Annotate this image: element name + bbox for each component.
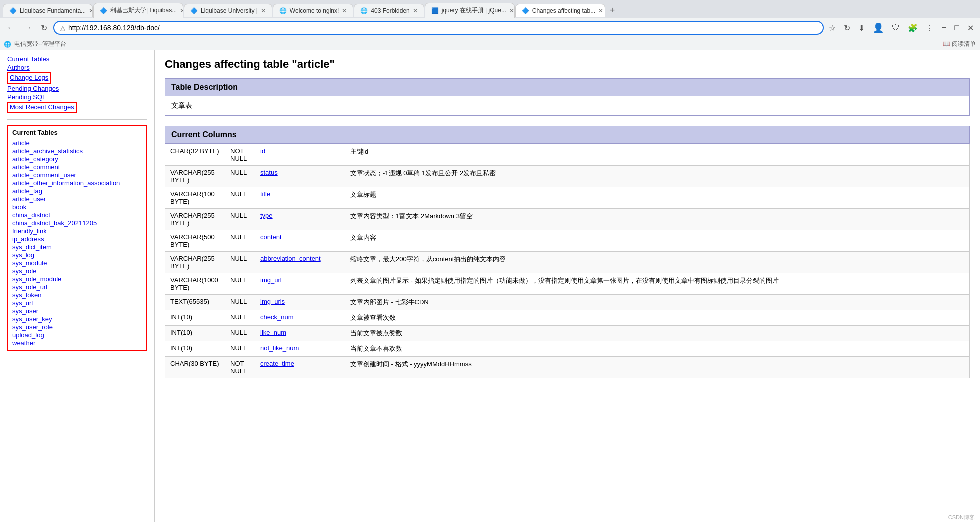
col-null-6: NULL [226, 273, 256, 295]
sidebar-nav: Current Tables Authors Change Logs Pendi… [8, 55, 147, 114]
table-link-sys-log[interactable]: sys_log [12, 251, 142, 259]
table-link-sys-module[interactable]: sys_module [12, 259, 142, 267]
sidebar-link-pending-sql[interactable]: Pending SQL [8, 93, 147, 101]
tab-close-6[interactable]: ✕ [598, 7, 604, 14]
back-button[interactable]: ← [4, 22, 18, 33]
table-link-article-tag[interactable]: article_tag [12, 187, 142, 195]
sidebar-link-change-logs[interactable]: Change Logs [10, 74, 48, 81]
tab-0[interactable]: 🔷 Liquibase Fundamenta... ✕ [3, 4, 93, 17]
table-link-upload-log[interactable]: upload_log [12, 331, 142, 339]
table-link-sys-user-role[interactable]: sys_user_role [12, 323, 142, 331]
col-name-link-11[interactable]: create_time [260, 360, 294, 367]
tab-1[interactable]: 🔷 利基巴斯大学| Liquibas... ✕ [94, 3, 184, 18]
tab-favicon-0: 🔷 [10, 7, 17, 14]
table-link-ip-address[interactable]: ip_address [12, 235, 142, 243]
col-name-link-0[interactable]: id [260, 147, 266, 155]
table-link-china-district[interactable]: china_district [12, 211, 142, 219]
col-name-link-9[interactable]: like_num [260, 329, 286, 336]
close-icon[interactable]: ✕ [966, 22, 976, 34]
tab-close-0[interactable]: ✕ [89, 7, 93, 14]
nav-bar: ← → ↻ △ ☆ ↻ ⬇ 👤 🛡 🧩 ⋮ − □ ✕ [0, 18, 980, 38]
col-null-3: NULL [226, 209, 256, 230]
col-name-link-7[interactable]: img_urls [260, 298, 285, 305]
table-link-article-other[interactable]: article_other_information_association [12, 179, 142, 187]
tab-5[interactable]: 🟦 jquery 在线手册 | jQue... ✕ [425, 3, 515, 18]
tab-close-2[interactable]: ✕ [261, 7, 266, 14]
shield-icon[interactable]: 🛡 [890, 22, 902, 33]
table-link-article-category[interactable]: article_category [12, 155, 142, 163]
table-description-section: Table Description 文章表 [165, 78, 970, 116]
table-row: VARCHAR(255 BYTE) NULL abbreviation_cont… [166, 252, 970, 273]
table-link-book[interactable]: book [12, 203, 142, 211]
table-link-sys-role[interactable]: sys_role [12, 267, 142, 275]
col-null-2: NULL [226, 187, 256, 209]
sidebar-link-authors[interactable]: Authors [8, 64, 147, 71]
col-name-link-2[interactable]: title [260, 190, 270, 198]
table-link-sys-role-url[interactable]: sys_role_url [12, 283, 142, 291]
col-desc-2: 文章标题 [346, 187, 970, 209]
tab-6[interactable]: 🔷 Changes affecting tab... ✕ [516, 4, 606, 17]
table-link-article-user[interactable]: article_user [12, 195, 142, 203]
col-null-5: NULL [226, 252, 256, 273]
tab-bar: 🔷 Liquibase Fundamenta... ✕ 🔷 利基巴斯大学| Li… [0, 0, 980, 18]
col-desc-5: 缩略文章，最大200字符，从content抽出的纯文本内容 [346, 252, 970, 273]
table-link-friendly-link[interactable]: friendly_link [12, 227, 142, 235]
table-link-weather[interactable]: weather [12, 339, 142, 347]
table-link-sys-user-key[interactable]: sys_user_key [12, 315, 142, 323]
tab-label-1: 利基巴斯大学| Liquibas... [110, 6, 177, 15]
profile-icon[interactable]: 👤 [871, 21, 886, 34]
menu-icon[interactable]: ⋮ [924, 22, 936, 34]
sidebar-link-most-recent-changes[interactable]: Most Recent Changes [10, 103, 74, 111]
col-name-link-4[interactable]: content [260, 233, 282, 241]
address-bar-wrap: △ [54, 21, 824, 35]
col-name-link-3[interactable]: type [260, 212, 273, 219]
secure-icon: △ [60, 24, 66, 32]
refresh-icon[interactable]: ↻ [842, 22, 852, 34]
tab-2[interactable]: 🔷 Liquibase University | ✕ [184, 4, 272, 17]
table-link-article[interactable]: article [12, 139, 142, 147]
restore-icon[interactable]: □ [952, 22, 962, 33]
nav-icons: ☆ ↻ ⬇ 👤 🛡 🧩 ⋮ − □ ✕ [827, 21, 976, 34]
col-name-link-10[interactable]: not_like_num [260, 344, 299, 352]
table-link-article-archive-statistics[interactable]: article_archive_statistics [12, 147, 142, 155]
reading-mode-button[interactable]: 📖 阅读清单 [943, 40, 976, 48]
table-link-china-district-bak[interactable]: china_district_bak_20211205 [12, 219, 142, 227]
new-tab-button[interactable]: + [606, 3, 620, 18]
download-icon[interactable]: ⬇ [856, 22, 867, 34]
sidebar-link-pending-changes[interactable]: Pending Changes [8, 85, 147, 92]
tab-4[interactable]: 🌐 403 Forbidden ✕ [354, 4, 424, 17]
tab-close-5[interactable]: ✕ [510, 7, 514, 14]
col-desc-9: 当前文章被点赞数 [346, 326, 970, 341]
sidebar-link-current-tables[interactable]: Current Tables [8, 55, 147, 63]
forward-button[interactable]: → [21, 22, 35, 33]
table-link-article-comment[interactable]: article_comment [12, 163, 142, 171]
col-name-11: create_time [256, 357, 346, 378]
col-name-link-1[interactable]: status [260, 169, 278, 176]
info-text: 电信宽带--管理平台 [14, 40, 66, 48]
table-link-sys-role-module[interactable]: sys_role_module [12, 275, 142, 283]
col-name-link-5[interactable]: abbreviation_content [260, 255, 321, 262]
table-link-sys-token[interactable]: sys_token [12, 291, 142, 299]
table-link-sys-url[interactable]: sys_url [12, 299, 142, 307]
refresh-button[interactable]: ↻ [38, 22, 50, 34]
table-link-article-comment-user[interactable]: article_comment_user [12, 171, 142, 179]
tab-close-1[interactable]: ✕ [180, 7, 184, 14]
tab-close-4[interactable]: ✕ [413, 7, 418, 14]
minimize-icon[interactable]: − [940, 22, 948, 33]
info-favicon: 🌐 [4, 41, 12, 48]
col-name-link-8[interactable]: check_num [260, 313, 294, 321]
table-link-sys-dict-item[interactable]: sys_dict_item [12, 243, 142, 251]
tab-favicon-3: 🌐 [280, 7, 287, 14]
col-null-7: NULL [226, 295, 256, 310]
bookmark-icon[interactable]: ☆ [827, 22, 838, 34]
info-bar: 🌐 电信宽带--管理平台 📖 阅读清单 [0, 38, 980, 50]
col-name-0: id [256, 144, 346, 166]
tab-close-3[interactable]: ✕ [342, 7, 347, 14]
tab-3[interactable]: 🌐 Welcome to nginx! ✕ [273, 4, 354, 17]
col-name-link-6[interactable]: img_url [260, 276, 282, 284]
col-type-4: VARCHAR(500 BYTE) [166, 230, 226, 252]
extensions-icon[interactable]: 🧩 [906, 22, 920, 34]
table-link-sys-user[interactable]: sys_user [12, 307, 142, 315]
current-columns-section: Current Columns CHAR(32 BYTE) NOT NULL i… [165, 126, 970, 378]
address-bar[interactable] [68, 24, 817, 32]
